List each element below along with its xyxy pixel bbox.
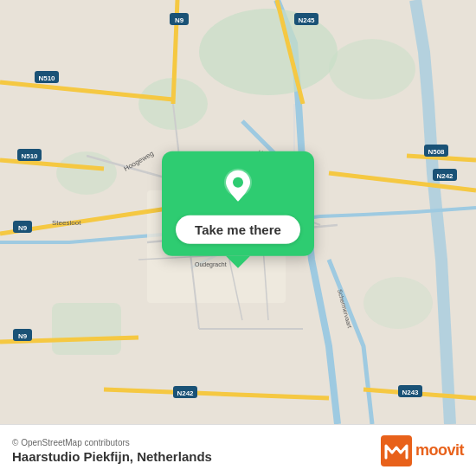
svg-point-6: [363, 277, 433, 329]
svg-text:N9: N9: [175, 16, 184, 24]
svg-text:N242: N242: [436, 172, 453, 180]
take-me-there-button[interactable]: Take me there: [176, 215, 300, 244]
svg-point-3: [329, 39, 415, 100]
svg-text:N510: N510: [21, 152, 38, 160]
svg-text:N243: N243: [402, 389, 419, 396]
svg-text:N9: N9: [18, 332, 28, 340]
svg-text:N9: N9: [18, 224, 28, 232]
svg-text:N245: N245: [298, 16, 315, 24]
moovit-text: moovit: [415, 441, 464, 460]
svg-text:N508: N508: [428, 148, 445, 156]
svg-point-4: [56, 151, 117, 195]
footer: © OpenStreetMap contributors Haarstudio …: [0, 424, 476, 476]
svg-text:Oudegracht: Oudegracht: [195, 261, 227, 268]
svg-text:Steesloot: Steesloot: [52, 219, 81, 227]
footer-left: © OpenStreetMap contributors Haarstudio …: [12, 438, 212, 464]
moovit-logo: moovit: [381, 435, 464, 466]
svg-text:N242: N242: [177, 389, 194, 397]
map-container[interactable]: N9 N510 N510 N245 N242 N508 N9 N9 N242: [0, 0, 476, 424]
popup-bubble: Take me there: [162, 151, 314, 256]
svg-point-55: [233, 177, 243, 188]
copyright-text: © OpenStreetMap contributors: [12, 438, 212, 447]
location-pin-icon: [219, 167, 257, 205]
svg-rect-5: [52, 303, 121, 355]
map-popup: Take me there: [162, 151, 314, 256]
location-title: Haarstudio Piekfijn, Netherlands: [12, 449, 212, 464]
moovit-brand-icon: [381, 435, 412, 466]
svg-text:N510: N510: [38, 74, 55, 82]
